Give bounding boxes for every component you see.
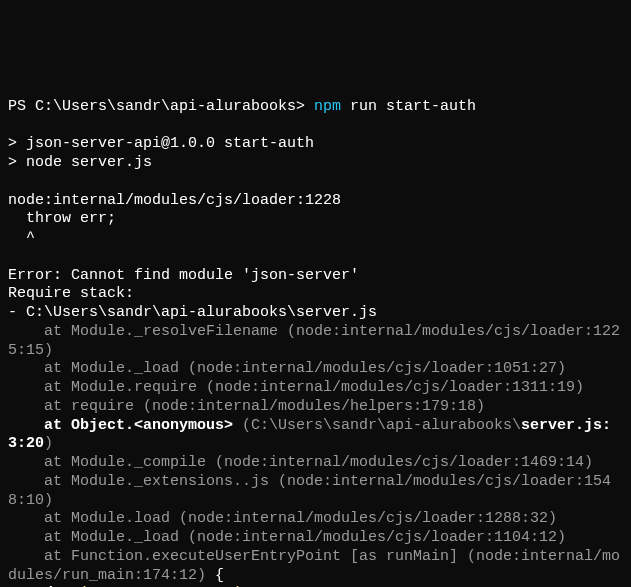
- stack-line: at Function.executeUserEntryPoint [as ru…: [8, 548, 620, 584]
- stack-line-focus-path: (C:\Users\sandr\api-alurabooks\: [242, 417, 521, 434]
- terminal-output[interactable]: PS C:\Users\sandr\api-alurabooks> npm ru…: [0, 94, 631, 587]
- throw-line: throw err;: [8, 210, 116, 227]
- error-heading: Error: Cannot find module 'json-server': [8, 267, 359, 284]
- cmd-highlight: npm: [314, 98, 341, 115]
- cmd-rest: run start-auth: [341, 98, 476, 115]
- script-line: > json-server-api@1.0.0 start-auth: [8, 135, 314, 152]
- stack-line: at Module.load (node:internal/modules/cj…: [8, 510, 557, 527]
- stack-line-focus-prefix: at Object.<anonymous>: [8, 417, 242, 434]
- brace-open: {: [206, 567, 224, 584]
- stack-line: at require (node:internal/modules/helper…: [8, 398, 485, 415]
- script-line: > node server.js: [8, 154, 152, 171]
- loader-source: node:internal/modules/cjs/loader:1228: [8, 192, 341, 209]
- stack-line: at Module._compile (node:internal/module…: [8, 454, 593, 471]
- prompt-prefix: PS C:\Users\sandr\api-alurabooks>: [8, 98, 314, 115]
- require-stack-label: Require stack:: [8, 285, 134, 302]
- caret-line: ^: [8, 229, 35, 246]
- stack-line: at Module.require (node:internal/modules…: [8, 379, 584, 396]
- require-stack-item: - C:\Users\sandr\api-alurabooks\server.j…: [8, 304, 377, 321]
- stack-line: at Module._load (node:internal/modules/c…: [8, 360, 566, 377]
- stack-line: at Module._load (node:internal/modules/c…: [8, 529, 566, 546]
- stack-line: at Module._resolveFilename (node:interna…: [8, 323, 620, 359]
- stack-line-focus-close: ): [44, 435, 53, 452]
- stack-line: at Module._extensions..js (node:internal…: [8, 473, 611, 509]
